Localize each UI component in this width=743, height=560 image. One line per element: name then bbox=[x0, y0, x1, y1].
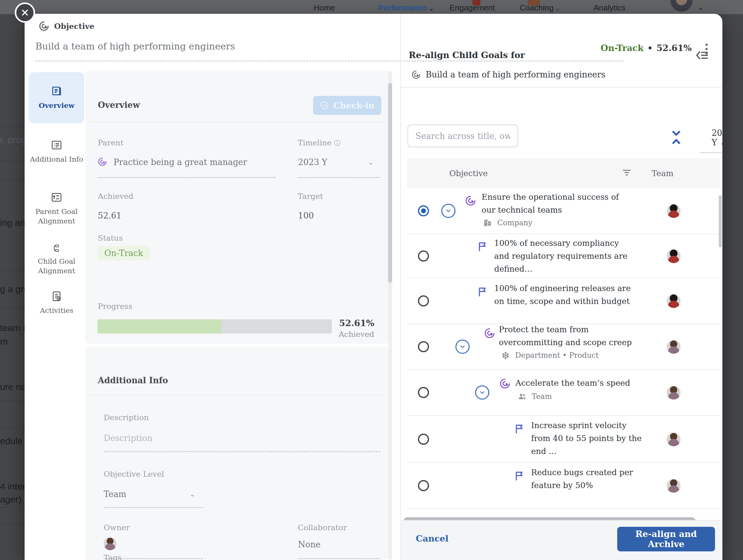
cancel-button[interactable]: Cancel bbox=[416, 533, 448, 544]
timeline-value[interactable]: 2023 Y bbox=[298, 157, 327, 167]
objective-icon bbox=[499, 378, 511, 389]
owner-label: Owner bbox=[104, 523, 130, 532]
goal-row[interactable]: Protect the team from overcommitting and… bbox=[407, 324, 720, 370]
realign-footer: Cancel Re-align and Archive bbox=[401, 520, 723, 560]
target-value[interactable]: 100 bbox=[298, 211, 314, 220]
target-label: Target bbox=[298, 192, 323, 201]
collapse-panel-icon[interactable] bbox=[695, 49, 709, 62]
field-underline bbox=[104, 507, 203, 508]
parent-goal-icon bbox=[51, 191, 62, 203]
bg-text-fragment: r, prog bbox=[0, 135, 26, 145]
nav-accent-shape bbox=[528, 0, 540, 5]
avatar bbox=[667, 432, 681, 446]
goal-row[interactable]: Increase sprint velocity from 40 to 55 p… bbox=[407, 416, 720, 463]
radio-unselected[interactable] bbox=[418, 250, 429, 262]
goal-row[interactable]: Reduce bugs created per feature by 50% bbox=[407, 463, 720, 509]
nav-performance[interactable]: Performance⌄ bbox=[378, 3, 434, 13]
description-label: Description bbox=[104, 413, 149, 422]
status-label: Status bbox=[98, 234, 123, 242]
check-circle-icon bbox=[320, 101, 329, 110]
tab-additional-info[interactable]: Additional Info bbox=[29, 139, 84, 164]
additional-info-icon bbox=[51, 139, 62, 151]
radio-unselected[interactable] bbox=[418, 387, 429, 398]
goal-title[interactable]: 100% of engineering releases are on time… bbox=[494, 282, 632, 308]
goal-scope: Company bbox=[483, 218, 532, 227]
radio-unselected[interactable] bbox=[418, 341, 429, 352]
objective-level-label: Objective Level bbox=[104, 470, 164, 478]
collaborator-value[interactable]: None bbox=[298, 540, 320, 549]
goal-title[interactable]: Accelerate the team’s speed bbox=[515, 376, 651, 389]
profile-avatar[interactable] bbox=[670, 0, 693, 12]
field-underline bbox=[98, 177, 275, 178]
key-result-flag-icon bbox=[514, 470, 526, 482]
top-nav: Home Performance⌄ Engagement Coaching⌄ A… bbox=[0, 0, 743, 14]
realign-heading: Re-align Child Goals for bbox=[409, 50, 525, 60]
progress-fill bbox=[97, 319, 221, 333]
tags-label: Tags bbox=[104, 553, 122, 560]
check-in-button[interactable]: Check-in bbox=[313, 96, 381, 115]
radio-unselected[interactable] bbox=[418, 295, 429, 307]
goal-title[interactable]: 100% of necessary compliancy and regulat… bbox=[494, 237, 632, 275]
goal-title[interactable]: Ensure the operational success of our te… bbox=[482, 191, 626, 216]
divider bbox=[401, 87, 723, 88]
expand-row-button[interactable] bbox=[475, 385, 489, 400]
goal-title[interactable]: Protect the team from overcommitting and… bbox=[499, 323, 634, 349]
tab-parent-goal-alignment[interactable]: Parent Goal Alignment bbox=[29, 191, 84, 226]
goal-title[interactable]: Increase sprint velocity from 40 to 55 p… bbox=[531, 419, 645, 458]
table-vertical-scrollbar[interactable] bbox=[719, 195, 722, 247]
objective-icon bbox=[465, 195, 476, 206]
tab-child-goal-alignment[interactable]: Child Goal Alignment bbox=[29, 244, 84, 276]
bg-text-fragment: ager) bbox=[0, 494, 21, 505]
owner-avatar[interactable] bbox=[104, 537, 117, 550]
objective-level-value[interactable]: Team bbox=[104, 489, 126, 499]
filter-icon[interactable] bbox=[622, 169, 631, 177]
avatar bbox=[667, 386, 681, 400]
tab-overview[interactable]: Overview bbox=[29, 72, 84, 123]
team-icon bbox=[518, 392, 527, 401]
goal-row[interactable]: 100% of necessary compliancy and regulat… bbox=[407, 234, 720, 278]
expand-row-button[interactable] bbox=[455, 340, 470, 354]
chevron-down-icon: ⌄ bbox=[556, 5, 560, 12]
radio-unselected[interactable] bbox=[418, 480, 429, 491]
additional-info-card: Additional Info Description Description … bbox=[85, 347, 388, 560]
overview-heading: Overview bbox=[98, 100, 140, 110]
goal-scope: Team bbox=[518, 392, 552, 401]
progress-caption: Achieved bbox=[339, 330, 374, 339]
realign-panel: Re-align Child Goals for Build a team of… bbox=[400, 14, 723, 560]
objective-column-header: Objective bbox=[449, 169, 488, 178]
bg-text-fragment: 4 inter bbox=[0, 481, 26, 492]
bg-text-fragment: team o bbox=[0, 323, 28, 333]
notification-badge bbox=[472, 0, 480, 5]
objective-icon bbox=[484, 327, 495, 339]
nav-coaching[interactable]: Coaching⌄ bbox=[520, 3, 560, 13]
department-icon bbox=[501, 351, 510, 360]
collapse-all-icon[interactable] bbox=[671, 130, 682, 144]
achieved-value[interactable]: 52.61 bbox=[98, 211, 122, 220]
close-modal-button[interactable] bbox=[15, 2, 35, 23]
objective-title[interactable]: Build a team of high performing engineer… bbox=[35, 41, 235, 52]
description-placeholder[interactable]: Description bbox=[104, 433, 152, 443]
overview-scrollbar[interactable] bbox=[388, 71, 392, 560]
additional-info-heading: Additional Info bbox=[98, 376, 168, 385]
goal-row[interactable]: 100% of engineering releases are on time… bbox=[407, 278, 720, 324]
tab-activities[interactable]: Activities bbox=[29, 290, 84, 315]
expand-row-button[interactable] bbox=[441, 204, 455, 218]
objective-icon bbox=[411, 70, 421, 80]
divider bbox=[91, 394, 383, 395]
goal-title[interactable]: Reduce bugs created per feature by 50% bbox=[531, 466, 645, 492]
activities-icon bbox=[51, 290, 62, 302]
key-result-flag-icon bbox=[477, 241, 489, 253]
search-input[interactable] bbox=[407, 125, 518, 147]
profile-chevron-icon[interactable]: ⌄ bbox=[697, 3, 704, 12]
timeline-filter[interactable]: 2023 Y ⌄ bbox=[712, 128, 723, 147]
nav-home[interactable]: Home bbox=[314, 3, 335, 13]
radio-selected[interactable] bbox=[418, 205, 429, 216]
nav-analytics[interactable]: Analytics bbox=[594, 3, 625, 13]
goal-row[interactable]: Ensure the operational success of our te… bbox=[407, 188, 720, 234]
child-goal-icon bbox=[52, 244, 61, 253]
goal-row[interactable]: Accelerate the team’s speed Team bbox=[407, 370, 720, 416]
parent-value[interactable]: Practice being a great manager bbox=[114, 157, 247, 167]
radio-unselected[interactable] bbox=[418, 434, 429, 445]
realign-and-archive-button[interactable]: Re-align and Archive bbox=[617, 527, 715, 551]
realign-objective-ref: Build a team of high performing engineer… bbox=[426, 70, 605, 79]
